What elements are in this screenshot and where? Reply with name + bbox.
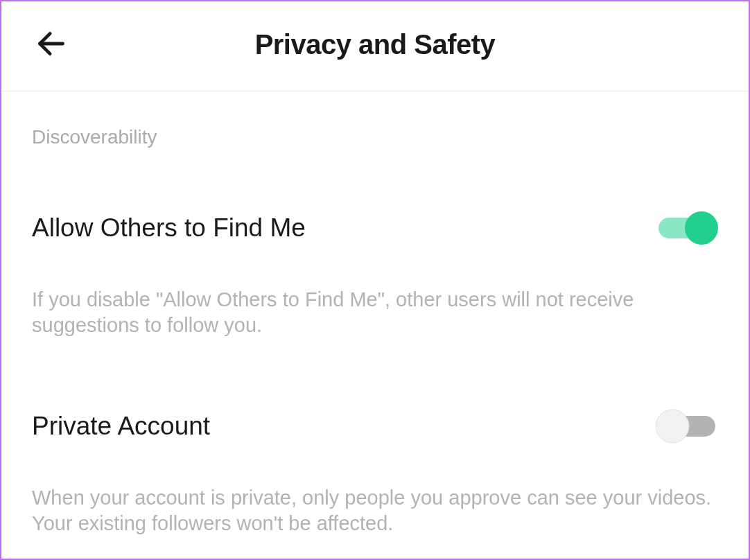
toggle-on-icon	[656, 208, 718, 248]
section-header-discoverability: Discoverability	[32, 126, 718, 148]
setting-row-private-account: Private Account	[32, 406, 718, 446]
setting-label-find-me: Allow Others to Find Me	[32, 213, 306, 243]
page-header: Privacy and Safety	[1, 1, 749, 91]
svg-point-2	[685, 211, 718, 245]
setting-description-private-account: When your account is private, only peopl…	[32, 485, 718, 536]
setting-row-find-me: Allow Others to Find Me	[32, 208, 718, 248]
toggle-find-me[interactable]	[656, 208, 718, 248]
page-title: Privacy and Safety	[35, 29, 715, 60]
back-button[interactable]	[35, 28, 68, 62]
arrow-left-icon	[36, 28, 67, 62]
setting-description-find-me: If you disable "Allow Others to Find Me"…	[32, 287, 718, 338]
toggle-private-account[interactable]	[656, 406, 718, 446]
setting-label-private-account: Private Account	[32, 412, 210, 441]
settings-content: Discoverability Allow Others to Find Me …	[1, 91, 749, 536]
toggle-off-icon	[656, 406, 718, 446]
